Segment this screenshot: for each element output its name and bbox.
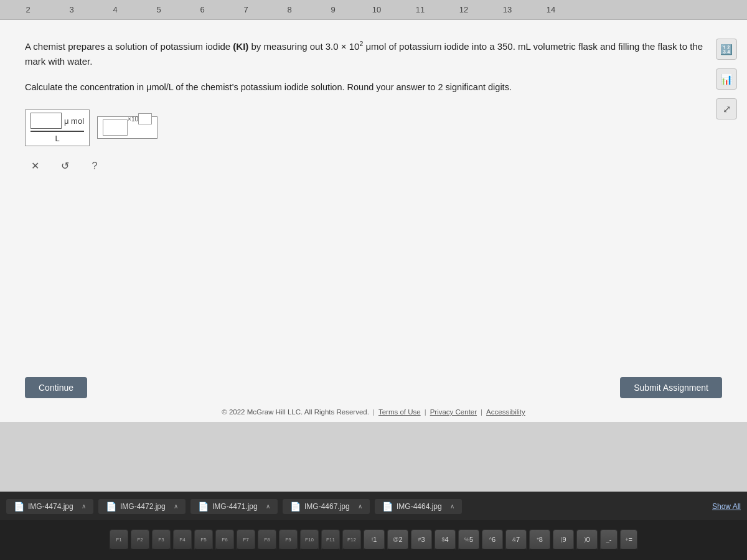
chevron-icon-2: ∧ [266, 503, 270, 510]
key-equals[interactable]: + = [620, 530, 637, 551]
file-icon-4: 📄 [382, 502, 393, 511]
key-minus[interactable]: _ - [600, 530, 618, 551]
key-f4[interactable]: F4 [173, 530, 192, 551]
file-icon-3: 📄 [290, 502, 301, 511]
download-item-4[interactable]: 📄 IMG-4464.jpg ∧ [375, 499, 462, 514]
num-3: 3 [50, 5, 93, 14]
num-11: 11 [398, 5, 442, 14]
key-f3[interactable]: F3 [152, 530, 171, 551]
fraction-line [31, 131, 84, 132]
num-14: 14 [529, 5, 573, 14]
footer: © 2022 McGraw Hill LLC. All Rights Reser… [0, 404, 747, 422]
chevron-icon-0: ∧ [82, 503, 86, 510]
key-8[interactable]: * 8 [529, 530, 550, 551]
num-8: 8 [268, 5, 311, 14]
key-f9[interactable]: F9 [279, 530, 298, 551]
action-bar: Continue Submit Assignment [0, 368, 747, 404]
key-f7[interactable]: F7 [237, 530, 255, 551]
key-0[interactable]: ) 0 [576, 530, 598, 551]
download-filename-4: IMG-4464.jpg [397, 502, 442, 511]
chevron-icon-3: ∧ [358, 503, 362, 510]
accessibility-link[interactable]: Accessibility [486, 408, 525, 416]
key-f6[interactable]: F6 [215, 530, 234, 551]
file-icon-0: 📄 [14, 502, 24, 511]
key-f11[interactable]: F11 [321, 530, 340, 551]
expand-icon-btn[interactable]: ⤢ [716, 98, 737, 119]
fraction-numerator: μ mol [31, 113, 84, 129]
key-6[interactable]: ^ 6 [482, 530, 503, 551]
copyright-text: © 2022 McGraw Hill LLC. All Rights Reser… [222, 408, 369, 416]
key-7[interactable]: & 7 [505, 530, 527, 551]
answer-row: μ mol L ×10 [25, 110, 722, 146]
num-9: 9 [311, 5, 355, 14]
download-filename-3: IMG-4467.jpg [304, 502, 350, 511]
num-10: 10 [355, 5, 398, 14]
download-item-1[interactable]: 📄 IMG-4472.jpg ∧ [98, 499, 186, 514]
chart-icon: 📊 [720, 73, 733, 85]
chevron-icon-1: ∧ [174, 503, 178, 510]
key-4[interactable]: $ 4 [435, 530, 456, 551]
num-4: 4 [93, 5, 137, 14]
tool-row: ✕ ↺ ? [25, 156, 722, 176]
taskbar: 📄 IMG-4474.jpg ∧ 📄 IMG-4472.jpg ∧ 📄 IMG-… [0, 492, 747, 560]
num-7: 7 [224, 5, 268, 14]
help-button[interactable]: ? [85, 156, 105, 176]
key-1[interactable]: ! 1 [364, 530, 385, 551]
key-f2[interactable]: F2 [131, 530, 149, 551]
key-f10[interactable]: F10 [300, 530, 319, 551]
chart-icon-btn[interactable]: 📊 [716, 68, 737, 90]
clear-button[interactable]: ✕ [25, 156, 45, 176]
num-5: 5 [137, 5, 181, 14]
submit-button[interactable]: Submit Assignment [620, 377, 722, 398]
num-13: 13 [486, 5, 529, 14]
key-3[interactable]: # 3 [411, 530, 432, 551]
undo-button[interactable]: ↺ [55, 156, 75, 176]
file-icon-1: 📄 [106, 502, 116, 511]
key-f12[interactable]: F12 [342, 530, 361, 551]
unit-numerator-label: μ mol [64, 116, 84, 126]
key-f1[interactable]: F1 [110, 530, 128, 551]
exponent-input-box: ×10 [97, 116, 157, 139]
keyboard-row: F1 F2 F3 F4 F5 F6 F7 F8 F9 F10 F11 F12 !… [0, 520, 747, 560]
fraction-input-box: μ mol L [25, 110, 90, 146]
download-item-2[interactable]: 📄 IMG-4471.jpg ∧ [190, 499, 278, 514]
continue-button[interactable]: Continue [25, 377, 87, 398]
download-item-3[interactable]: 📄 IMG-4467.jpg ∧ [283, 499, 370, 514]
download-item-0[interactable]: 📄 IMG-4474.jpg ∧ [6, 499, 93, 514]
calculator-icon-btn[interactable]: 🔢 [716, 39, 737, 60]
key-9[interactable]: ( 9 [553, 530, 574, 551]
download-filename-1: IMG-4472.jpg [120, 502, 166, 511]
top-number-bar: 2 3 4 5 6 7 8 9 10 11 12 13 14 [0, 0, 747, 20]
download-bar: 📄 IMG-4474.jpg ∧ 📄 IMG-4472.jpg ∧ 📄 IMG-… [0, 492, 747, 520]
problem-text: A chemist prepares a solution of potassi… [25, 39, 722, 69]
question-text: Calculate the concentration in μmol/L of… [25, 80, 722, 95]
chevron-icon-4: ∧ [450, 503, 454, 510]
numerator-input[interactable] [31, 113, 62, 129]
right-icons: 🔢 📊 ⤢ [716, 39, 737, 119]
num-12: 12 [442, 5, 486, 14]
key-f5[interactable]: F5 [194, 530, 213, 551]
num-6: 6 [181, 5, 224, 14]
download-filename-0: IMG-4474.jpg [28, 502, 73, 511]
exponent-power-input[interactable] [138, 113, 152, 124]
exponent-base-input[interactable] [103, 119, 128, 136]
num-2: 2 [6, 5, 50, 14]
fraction-denominator-label: L [55, 134, 59, 143]
show-all-button[interactable]: Show All [712, 502, 741, 511]
file-icon-2: 📄 [198, 502, 209, 511]
key-5[interactable]: % 5 [458, 530, 479, 551]
terms-link[interactable]: Terms of Use [378, 408, 421, 416]
times10-label: ×10 [128, 116, 138, 123]
key-f8[interactable]: F8 [258, 530, 276, 551]
key-2[interactable]: @ 2 [387, 530, 408, 551]
main-content: 🔢 📊 ⤢ A chemist prepares a solution of p… [0, 20, 747, 368]
download-filename-2: IMG-4471.jpg [212, 502, 258, 511]
privacy-link[interactable]: Privacy Center [430, 408, 477, 416]
calculator-icon: 🔢 [720, 44, 733, 55]
expand-icon: ⤢ [723, 103, 731, 115]
